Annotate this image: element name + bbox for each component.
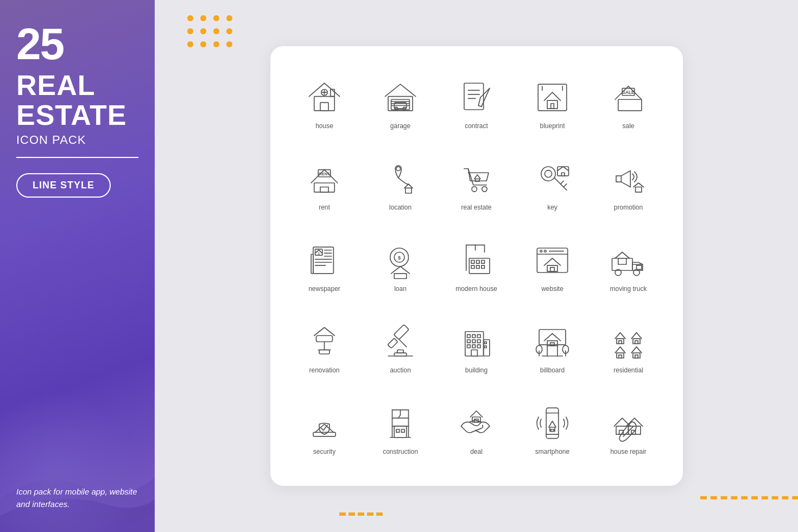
building-label: building xyxy=(465,366,487,374)
auction-label: auction xyxy=(390,366,411,374)
svg-rect-82 xyxy=(618,258,626,264)
svg-rect-122 xyxy=(633,338,640,343)
icon-item-real-estate: real estate xyxy=(439,144,515,225)
dashed-left xyxy=(339,503,383,516)
svg-point-75 xyxy=(544,250,547,252)
svg-rect-24 xyxy=(551,103,554,108)
residential-icon xyxy=(608,321,649,362)
icon-item-rent: RENT rent xyxy=(287,144,363,225)
icon-card: house garage xyxy=(270,46,683,486)
svg-rect-88 xyxy=(319,350,330,354)
icon-item-auction: auction xyxy=(363,307,439,388)
newspaper-label: newspaper xyxy=(308,285,340,293)
moving-truck-icon xyxy=(608,240,649,281)
number-badge: 25 xyxy=(16,22,138,66)
svg-rect-60 xyxy=(394,273,407,278)
svg-rect-97 xyxy=(467,334,471,338)
svg-rect-137 xyxy=(401,429,404,432)
location-icon xyxy=(380,159,421,199)
svg-rect-46 xyxy=(636,187,642,192)
svg-rect-38 xyxy=(476,179,480,181)
svg-rect-102 xyxy=(477,339,480,343)
svg-rect-31 xyxy=(320,187,328,192)
promotion-label: promotion xyxy=(614,204,643,211)
loan-icon: $ xyxy=(380,240,421,281)
svg-rect-71 xyxy=(482,265,485,268)
key-icon xyxy=(532,159,573,199)
modern-house-label: modern house xyxy=(455,285,497,293)
svg-rect-136 xyxy=(396,429,400,432)
icon-item-renovation: renovation xyxy=(287,307,363,388)
svg-rect-143 xyxy=(546,408,559,438)
svg-point-39 xyxy=(541,167,555,181)
security-label: security xyxy=(313,448,335,455)
svg-rect-126 xyxy=(633,353,640,358)
house-repair-icon xyxy=(608,403,649,444)
svg-rect-109 xyxy=(485,346,487,348)
svg-rect-66 xyxy=(471,260,474,263)
svg-text:$: $ xyxy=(318,252,320,256)
divider xyxy=(16,157,138,158)
svg-rect-124 xyxy=(617,353,624,358)
house-repair-label: house repair xyxy=(610,448,647,455)
website-icon xyxy=(532,240,573,281)
svg-line-18 xyxy=(480,88,490,97)
svg-rect-121 xyxy=(619,340,622,344)
svg-rect-112 xyxy=(550,343,555,346)
renovation-icon xyxy=(304,321,345,362)
construction-icon xyxy=(380,403,421,444)
dots-decoration xyxy=(187,15,234,49)
key-label: key xyxy=(547,204,558,211)
garage-icon xyxy=(380,77,421,118)
svg-rect-104 xyxy=(472,345,476,348)
location-label: location xyxy=(389,204,411,211)
svg-line-19 xyxy=(478,97,480,105)
deal-label: deal xyxy=(470,448,483,455)
svg-rect-147 xyxy=(551,429,554,431)
dashed-right xyxy=(700,486,798,499)
svg-rect-77 xyxy=(550,267,555,271)
icon-item-house-repair: house repair xyxy=(591,388,667,470)
title: REALESTATE xyxy=(16,71,138,130)
svg-point-74 xyxy=(540,250,542,252)
house-label: house xyxy=(315,122,333,130)
subtitle: ICON PACK xyxy=(16,133,138,147)
icon-item-website: website xyxy=(515,225,591,307)
svg-rect-76 xyxy=(547,265,558,271)
loan-label: loan xyxy=(394,285,407,293)
svg-rect-103 xyxy=(467,345,471,348)
svg-rect-23 xyxy=(547,100,558,109)
svg-line-92 xyxy=(400,339,407,346)
svg-rect-0 xyxy=(314,96,335,110)
icon-item-contract: contract xyxy=(439,62,515,144)
promotion-icon xyxy=(608,159,649,199)
svg-rect-91 xyxy=(388,338,398,349)
svg-rect-94 xyxy=(394,353,407,356)
svg-rect-56 xyxy=(311,254,313,274)
svg-rect-101 xyxy=(472,339,476,343)
svg-line-42 xyxy=(561,181,564,184)
svg-rect-98 xyxy=(472,334,476,338)
svg-rect-100 xyxy=(467,339,471,343)
blueprint-icon xyxy=(532,77,573,118)
icon-item-deal: deal xyxy=(439,388,515,470)
svg-rect-85 xyxy=(316,335,333,341)
svg-line-43 xyxy=(563,183,567,187)
house-icon xyxy=(304,77,345,118)
svg-rect-70 xyxy=(477,265,480,268)
svg-rect-123 xyxy=(635,340,638,344)
garage-label: garage xyxy=(390,122,410,130)
contract-label: contract xyxy=(465,122,488,130)
svg-rect-106 xyxy=(471,350,477,356)
billboard-label: billboard xyxy=(540,366,565,374)
building-icon xyxy=(456,321,497,362)
billboard-icon xyxy=(532,321,573,362)
real-estate-label: real estate xyxy=(461,204,491,211)
website-label: website xyxy=(541,285,563,293)
icon-item-blueprint: blueprint xyxy=(515,62,591,144)
smartphone-label: smartphone xyxy=(535,448,569,455)
residential-label: residential xyxy=(613,366,643,374)
icon-item-security: security xyxy=(287,388,363,470)
security-icon xyxy=(304,403,345,444)
svg-rect-69 xyxy=(471,265,474,268)
